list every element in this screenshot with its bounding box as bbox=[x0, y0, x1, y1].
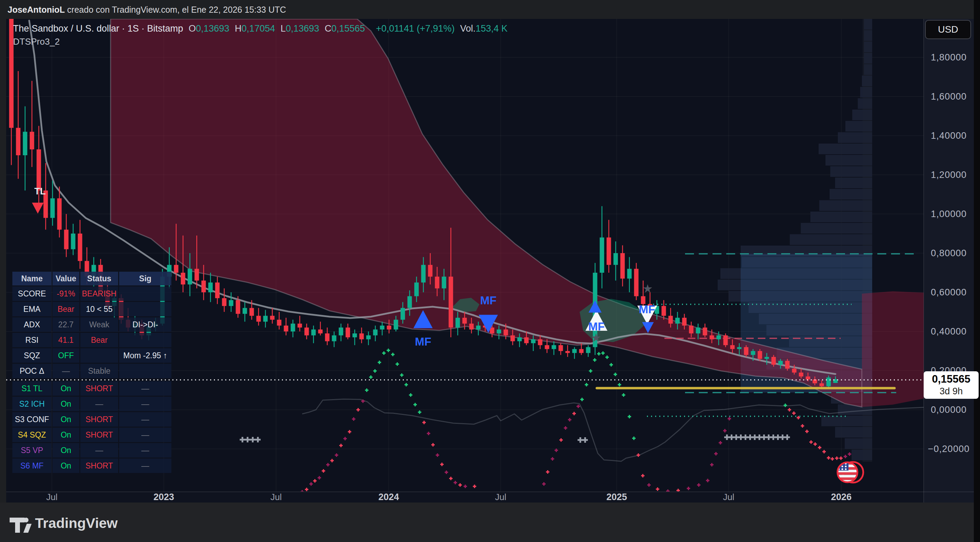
neutral-plus-marker bbox=[784, 435, 790, 440]
momentum-dot bbox=[585, 383, 588, 386]
price-axis-label: 1,20000 bbox=[924, 170, 974, 180]
candle bbox=[682, 318, 687, 325]
candle bbox=[277, 320, 282, 325]
volume-profile-bar bbox=[835, 427, 872, 438]
tradingview-logo-icon[interactable] bbox=[9, 517, 33, 534]
momentum-dot bbox=[580, 398, 584, 401]
candle bbox=[566, 351, 570, 353]
table-row: SCORE-91%BEARISH bbox=[12, 287, 172, 301]
momentum-dot bbox=[365, 389, 368, 392]
table-cell: Mom -2.95 ↑ bbox=[119, 348, 171, 363]
candle bbox=[724, 335, 728, 345]
momentum-dot bbox=[344, 437, 347, 440]
table-cell: OFF bbox=[52, 348, 79, 363]
ohlc-item: O0,13693 bbox=[189, 23, 229, 33]
neutral-plus-marker bbox=[250, 437, 256, 442]
mf-signal-label: MF bbox=[415, 335, 431, 348]
momentum-dot bbox=[827, 456, 830, 459]
momentum-dot bbox=[422, 421, 426, 424]
candle bbox=[772, 357, 776, 365]
candle bbox=[291, 324, 295, 332]
momentum-dot bbox=[373, 369, 377, 373]
star-marker: ★ bbox=[643, 282, 653, 295]
table-cell: RSI bbox=[12, 333, 51, 347]
candle bbox=[229, 300, 234, 306]
time-axis-label: 2024 bbox=[379, 492, 399, 502]
momentum-dot bbox=[839, 456, 843, 460]
momentum-dot bbox=[473, 485, 476, 488]
volume-label: Vol. bbox=[460, 23, 476, 33]
candle bbox=[730, 345, 735, 349]
momentum-dot bbox=[822, 450, 826, 453]
last-price-value: 0,15565 bbox=[924, 373, 978, 386]
candle bbox=[524, 337, 529, 343]
volume-profile-bar bbox=[845, 438, 872, 449]
price-axis-label: −0,20000 bbox=[924, 444, 974, 454]
volume-profile-bar bbox=[864, 41, 872, 52]
momentum-dot bbox=[609, 363, 613, 367]
momentum-dot bbox=[387, 349, 390, 352]
candle bbox=[305, 328, 309, 336]
volume-profile-bar bbox=[851, 450, 872, 460]
candle bbox=[758, 351, 762, 359]
candle bbox=[442, 276, 446, 288]
momentum-dot bbox=[356, 408, 360, 411]
tradingview-brand[interactable]: TradingView bbox=[35, 515, 118, 531]
currency-button[interactable]: USD bbox=[925, 20, 971, 39]
table-cell bbox=[119, 333, 171, 347]
candle bbox=[620, 253, 625, 279]
table-header-cell: Sig bbox=[119, 272, 171, 285]
momentum-dot bbox=[440, 463, 444, 466]
candle bbox=[607, 238, 611, 265]
table-cell bbox=[119, 287, 171, 301]
neutral-plus-marker bbox=[245, 437, 250, 442]
momentum-dot bbox=[728, 417, 731, 421]
symbol-legend[interactable]: The Sandbox / U.S. dollar · 1S · Bitstam… bbox=[13, 23, 508, 34]
indicator-legend[interactable]: DTSPro3_2 bbox=[13, 37, 60, 47]
candle bbox=[339, 328, 344, 336]
ichimoku-forward-cloud bbox=[862, 291, 924, 407]
table-cell: — bbox=[80, 397, 118, 411]
candle bbox=[51, 198, 55, 218]
momentum-dot bbox=[835, 456, 838, 460]
momentum-dot bbox=[636, 453, 640, 457]
momentum-dot bbox=[404, 383, 408, 386]
candle bbox=[312, 329, 316, 335]
table-cell: 22.7 bbox=[52, 317, 79, 332]
last-price-tag: 0,15565 3d 9h bbox=[924, 371, 978, 399]
momentum-dot bbox=[706, 479, 710, 482]
candle bbox=[469, 324, 474, 329]
volume-profile-bar bbox=[864, 64, 872, 75]
candle bbox=[318, 329, 323, 333]
table-cell: SHORT bbox=[80, 427, 118, 442]
momentum-dot bbox=[431, 443, 435, 446]
ohlc-values: O0,13693H0,17054L0,13693C0,15565 bbox=[189, 23, 370, 34]
table-row: S5 VPOn—— bbox=[12, 443, 172, 458]
momentum-dot bbox=[848, 452, 851, 456]
neutral-plus-marker bbox=[240, 437, 245, 442]
volume-profile-bar bbox=[830, 166, 872, 177]
momentum-dot bbox=[697, 483, 700, 487]
candle bbox=[23, 132, 27, 155]
momentum-dot bbox=[330, 459, 334, 462]
candle bbox=[30, 132, 34, 150]
candle bbox=[751, 351, 756, 355]
candle bbox=[819, 383, 824, 386]
table-cell: SHORT bbox=[80, 381, 118, 396]
candle bbox=[497, 329, 501, 333]
momentum-dot bbox=[723, 429, 727, 432]
candle bbox=[627, 269, 632, 279]
momentum-dot bbox=[784, 403, 787, 407]
momentum-dot bbox=[568, 418, 571, 421]
candle bbox=[579, 349, 584, 353]
candle bbox=[208, 283, 213, 293]
table-row: S1 TLOnSHORT— bbox=[12, 381, 172, 396]
candle bbox=[284, 325, 288, 332]
time-axis-label: 2023 bbox=[153, 492, 174, 502]
candle bbox=[181, 273, 185, 284]
momentum-dot bbox=[801, 424, 804, 427]
volume-profile-bar bbox=[821, 416, 872, 426]
ohlc-item: L0,13693 bbox=[280, 23, 319, 33]
symbol-title[interactable]: The Sandbox / U.S. dollar · 1S · Bitstam… bbox=[13, 23, 183, 34]
mf-signal-label: MF bbox=[480, 294, 496, 307]
